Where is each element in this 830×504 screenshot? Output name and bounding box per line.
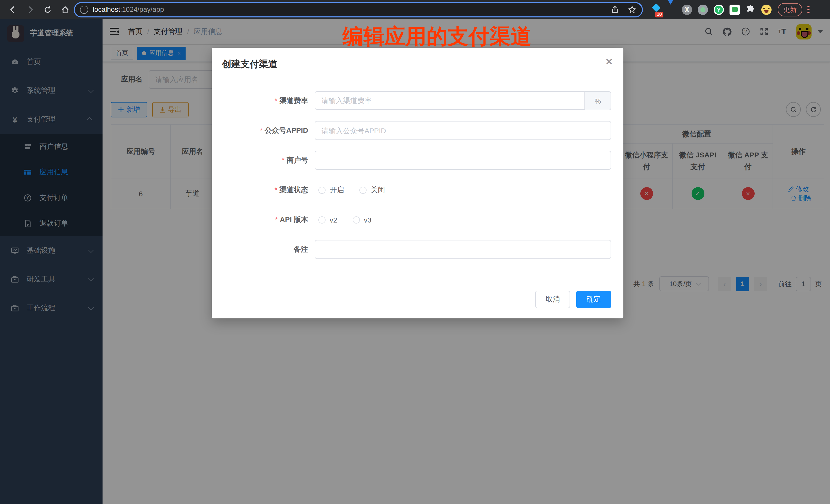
dialog-body: 渠道费率 % 公众号APPID 商户号 渠道状态 开启 <box>212 91 624 270</box>
extension-balloon-icon[interactable] <box>666 4 676 14</box>
confirm-button[interactable]: 确定 <box>576 291 611 308</box>
radio-circle-icon <box>318 216 325 223</box>
form-row-appid: 公众号APPID <box>212 121 624 140</box>
form-row-status: 渠道状态 开启 关闭 <box>212 181 624 199</box>
bookmark-star-icon[interactable] <box>628 5 637 14</box>
browser-back-icon[interactable] <box>8 5 18 14</box>
browser-forward-icon[interactable] <box>26 5 35 14</box>
browser-reload-icon[interactable] <box>43 5 52 14</box>
share-icon[interactable] <box>610 5 619 14</box>
extensions-puzzle-icon[interactable] <box>745 4 756 14</box>
browser-toolbar: i localhost:1024/pay/app 10 ⌘ 更新 <box>0 0 830 19</box>
status-label: 渠道状态 <box>212 185 315 195</box>
radio-circle-icon <box>359 186 366 194</box>
merchant-input[interactable] <box>321 156 604 164</box>
extension-chat-icon[interactable] <box>730 4 740 14</box>
site-info-icon[interactable]: i <box>80 5 88 13</box>
percent-suffix: % <box>585 91 611 110</box>
remark-label: 备注 <box>212 245 315 254</box>
api-radio-v3[interactable]: v3 <box>353 216 372 224</box>
extension-green-dot-icon[interactable] <box>698 4 708 14</box>
cancel-button[interactable]: 取消 <box>535 291 570 308</box>
extension-axure-icon[interactable]: 10 <box>650 4 660 14</box>
appid-input[interactable] <box>321 126 604 134</box>
extension-yuque-icon[interactable] <box>714 4 724 14</box>
form-row-merchant: 商户号 <box>212 151 624 170</box>
form-row-remark: 备注 <box>212 240 624 259</box>
profile-avatar-icon[interactable] <box>761 4 772 14</box>
url-text: localhost:1024/pay/app <box>93 6 610 13</box>
browser-menu-icon[interactable] <box>807 6 809 13</box>
merchant-label: 商户号 <box>212 156 315 165</box>
dialog-close-icon[interactable]: ✕ <box>605 57 613 67</box>
address-bar[interactable]: i localhost:1024/pay/app <box>74 2 643 17</box>
red-annotation-text: 编辑应用的支付渠道 <box>343 23 532 51</box>
screenshot-root: i localhost:1024/pay/app 10 ⌘ 更新 <box>0 0 830 504</box>
create-channel-dialog: 创建支付渠道 ✕ 渠道费率 % 公众号APPID 商户号 渠道状态 <box>212 48 624 318</box>
appid-label: 公众号APPID <box>212 126 315 135</box>
browser-update-button[interactable]: 更新 <box>778 3 802 16</box>
browser-home-icon[interactable] <box>61 5 70 14</box>
form-row-api: API 版本 v2 v3 <box>212 210 624 229</box>
status-radio-closed[interactable]: 关闭 <box>359 185 385 195</box>
rate-label: 渠道费率 <box>212 96 315 105</box>
dialog-title: 创建支付渠道 <box>222 58 277 70</box>
form-row-rate: 渠道费率 % <box>212 91 624 110</box>
dialog-footer: 取消 确定 <box>535 291 611 308</box>
remark-input[interactable] <box>321 245 604 254</box>
api-radio-v2[interactable]: v2 <box>318 216 337 224</box>
rate-input[interactable] <box>321 96 578 104</box>
extension-badge: 10 <box>655 11 663 17</box>
radio-circle-icon <box>318 186 325 194</box>
extension-command-icon[interactable]: ⌘ <box>682 4 692 14</box>
api-label: API 版本 <box>212 215 315 224</box>
status-radio-open[interactable]: 开启 <box>318 185 344 195</box>
radio-circle-icon <box>353 216 360 223</box>
